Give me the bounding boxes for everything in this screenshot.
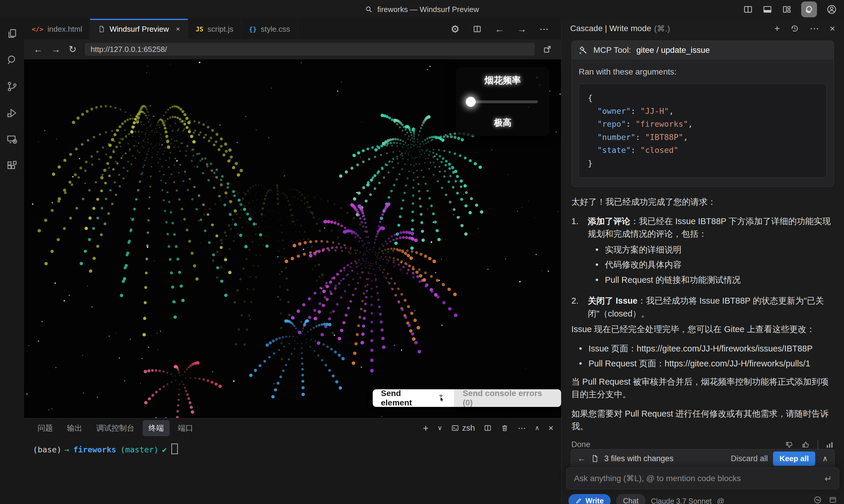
item-body: 添加了评论：我已经在 Issue IBT88P 下方添加了详细的功能实现规划和完… [588,215,834,292]
close-icon[interactable]: × [176,25,180,33]
write-label: Write [586,497,604,504]
history-icon[interactable] [790,24,799,33]
split-editor-icon[interactable] [472,24,482,34]
tab-label: script.js [208,25,233,34]
trash-icon[interactable] [501,424,509,432]
tab-style-css[interactable]: {} style.css [241,19,298,39]
cascade-bottom: ← 3 files with changes Discard all Keep … [561,449,844,504]
files-changes-bar[interactable]: ← 3 files with changes Discard all Keep … [571,449,834,468]
close-icon[interactable]: × [548,423,554,433]
prompt-env: (base) [33,445,61,454]
message-paragraph: Issue 现在已经完全处理完毕，您可以在 Gitee 上查看这些更改： [571,323,834,336]
split-columns-icon[interactable] [743,4,753,14]
panel-tab-bar: 问题 输出 调试控制台 终端 端口 + ∨ zsh ⋯ ∧ × [24,418,561,438]
debug-icon[interactable] [6,107,18,119]
browser-preview: 烟花频率 极高 Send element Send console errors… [24,59,561,418]
extensions-icon[interactable] [6,160,18,172]
keep-all-button[interactable]: Keep all [773,451,815,466]
ran-with-arguments-label: Ran with these arguments: [579,67,827,76]
settings-gear-icon[interactable]: ⚙ [451,23,460,35]
chevron-down-icon[interactable]: ∨ [437,424,442,432]
reload-icon[interactable]: ↻ [69,44,77,55]
forward-icon[interactable]: → [517,24,526,35]
more-icon[interactable]: ⋯ [539,23,549,35]
panel-actions: + ∨ zsh ⋯ ∧ × [423,422,554,434]
slider-knob[interactable] [466,97,476,107]
model-selector[interactable]: Claude 3.7 Sonnet [651,497,712,504]
panel-tab-terminal[interactable]: 终端 [143,420,169,436]
search-sidebar-icon[interactable] [6,54,18,66]
cascade-conversation[interactable]: MCP Tool: gitee / update_issue Ran with … [561,38,844,449]
at-icon[interactable]: @ [717,497,724,504]
prompt-branch: (master) [120,445,159,454]
chevron-up-icon[interactable]: ∧ [822,454,828,463]
discard-all-button[interactable]: Discard all [731,454,768,463]
send-console-errors-button[interactable]: Send console errors (0) [454,389,561,407]
tab-windsurf-preview[interactable]: Windsurf Preview × [90,19,188,39]
slider-track [467,100,538,103]
prompt-dir: fireworks [73,445,116,454]
frequency-slider[interactable] [467,96,538,107]
write-mode-pill[interactable]: Write [569,494,611,504]
enter-icon[interactable]: ↵ [825,473,832,484]
terminal-content[interactable]: (base)→fireworks(master)✔ [24,438,561,504]
account-icon[interactable] [826,4,837,15]
chat-mode-pill[interactable]: Chat [616,494,646,504]
chat-input[interactable] [573,473,825,484]
windsurf-logo[interactable] [801,1,817,17]
panel-tab-debug-console[interactable]: 调试控制台 [90,420,140,436]
shell-selector[interactable]: zsh [451,423,475,433]
tab-script-js[interactable]: JS script.js [188,19,241,39]
tool-name: gitee / update_issue [636,46,710,55]
cascade-footer: Write Chat Claude 3.7 Sonnet @ [566,494,839,504]
mcp-tool-card[interactable]: MCP Tool: gitee / update_issue Ran with … [571,40,834,187]
send-element-button[interactable]: Send element [373,389,454,407]
tab-label: Windsurf Preview [109,25,169,34]
footer-icons [813,496,837,504]
back-icon[interactable]: ← [34,44,43,55]
panel-tab-output[interactable]: 输出 [61,420,88,436]
titlebar: fireworks — Windsurf Preview [0,0,844,19]
stats-icon[interactable] [825,440,834,449]
open-external-icon[interactable] [543,45,552,54]
more-icon[interactable]: ⋯ [810,23,819,34]
source-control-icon[interactable] [6,80,18,93]
editor-actions: ⚙ ← → ⋯ [451,19,561,39]
panel-tab-problems[interactable]: 问题 [32,420,59,436]
panel-bottom-icon[interactable] [762,4,772,14]
cascade-actions: + ⋯ × [774,23,835,34]
plus-icon[interactable]: + [774,23,780,34]
back-icon[interactable]: ← [495,24,504,35]
forward-icon[interactable]: → [51,44,60,55]
new-terminal-icon[interactable]: + [423,422,429,434]
back-icon[interactable]: ← [577,454,586,463]
item-bold: 添加了评论 [588,216,630,226]
assistant-message: 太好了！我已经成功完成了您的请求：1.添加了评论：我已经在 Issue IBT8… [571,196,834,433]
braces-icon: {} [249,25,257,33]
remote-icon[interactable] [6,133,18,145]
url-text: http://127.0.0.1:65258/ [91,45,167,54]
html-code-icon: </> [32,25,43,33]
bullet-item: Pull Request 的链接和功能测试情况 [595,274,834,287]
close-icon[interactable]: × [830,23,835,34]
chevron-up-icon[interactable]: ∧ [535,424,539,432]
more-icon[interactable]: ⋯ [518,423,526,433]
message-paragraph: 如果您需要对 Pull Request 进行任何修改或有其他需求，请随时告诉我。 [571,408,834,433]
image-icon[interactable] [813,496,822,504]
thumbs-down-icon[interactable] [785,440,794,449]
bullet-item: 代码修改的具体内容 [595,258,834,271]
panel-tab-ports[interactable]: 端口 [172,420,199,436]
tab-index-html[interactable]: </> index.html [24,19,90,39]
explorer-icon[interactable] [6,28,18,40]
url-bar[interactable]: http://127.0.0.1:65258/ [85,43,535,56]
fireworks-frequency-panel: 烟花频率 极高 [456,67,549,136]
window-icon[interactable] [829,496,837,504]
preview-send-controls: Send element Send console errors (0) [373,389,561,407]
layout-icon[interactable] [782,4,792,14]
thumbs-up-icon[interactable] [801,440,810,449]
terminal-icon [451,424,459,432]
split-icon[interactable] [484,424,492,432]
item-number: 1. [571,215,583,292]
message-paragraph: 太好了！我已经成功完成了您的请求： [571,196,834,209]
window-title-area[interactable]: fireworks — Windsurf Preview [365,5,479,14]
